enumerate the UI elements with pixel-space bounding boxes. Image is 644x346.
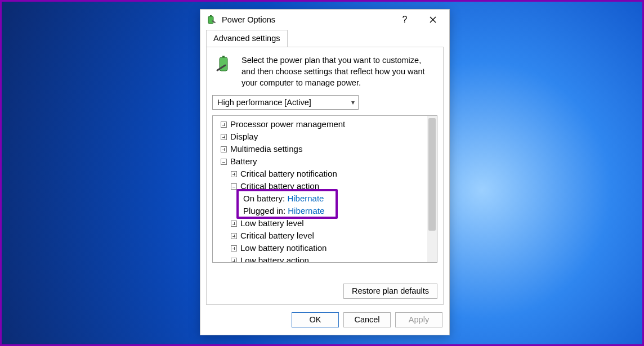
titlebar: Power Options ? <box>200 10 449 29</box>
chevron-down-icon: ▾ <box>351 98 355 106</box>
apply-button[interactable]: Apply <box>395 312 442 327</box>
tab-strip: Advanced settings <box>200 29 449 47</box>
power-plan-icon <box>214 55 235 88</box>
expand-icon[interactable] <box>231 245 237 251</box>
settings-tree: Processor power management Display Multi… <box>212 115 437 263</box>
tree-item-low-battery-level[interactable]: Low battery level <box>216 217 437 230</box>
svg-rect-1 <box>210 15 212 16</box>
description-text: Select the power plan that you want to c… <box>242 55 435 88</box>
expand-icon[interactable] <box>221 134 227 140</box>
tree-item-processor[interactable]: Processor power management <box>216 118 437 131</box>
dialog-title: Power Options <box>222 15 388 24</box>
tree-item-critical-battery-notification[interactable]: Critical battery notification <box>216 168 437 180</box>
tab-advanced-settings[interactable]: Advanced settings <box>206 30 288 47</box>
tree-scrollbar[interactable] <box>427 116 437 262</box>
close-icon <box>430 16 436 23</box>
svg-rect-0 <box>208 16 213 24</box>
close-button[interactable] <box>421 11 445 28</box>
expand-icon[interactable] <box>221 122 227 128</box>
tree-item-critical-battery-action[interactable]: Critical battery action <box>216 180 437 192</box>
tree-item-low-battery-notification[interactable]: Low battery notification <box>216 242 437 254</box>
dialog-action-row: OK Cancel Apply <box>200 311 449 335</box>
battery-icon <box>206 14 217 25</box>
tree-item-on-battery[interactable]: On battery: Hibernate <box>216 192 437 205</box>
restore-defaults-button[interactable]: Restore plan defaults <box>343 284 437 299</box>
power-options-dialog: Power Options ? Advanced settings Select… <box>200 9 450 335</box>
expand-icon[interactable] <box>221 146 227 152</box>
ok-button[interactable]: OK <box>292 312 339 327</box>
collapse-icon[interactable] <box>221 159 227 165</box>
power-plan-dropdown[interactable]: High performance [Active] ▾ <box>212 95 359 110</box>
expand-icon[interactable] <box>231 171 237 177</box>
help-button[interactable]: ? <box>393 11 417 28</box>
tree-item-plugged-in[interactable]: Plugged in: Hibernate <box>216 205 437 217</box>
expand-icon[interactable] <box>231 221 237 227</box>
cancel-button[interactable]: Cancel <box>343 312 391 327</box>
tree-item-battery[interactable]: Battery <box>216 155 437 168</box>
tree-item-low-battery-action[interactable]: Low battery action <box>216 254 437 263</box>
tree-item-critical-battery-level[interactable]: Critical battery level <box>216 230 437 242</box>
power-plan-selected: High performance [Active] <box>217 98 311 107</box>
collapse-icon[interactable] <box>231 183 237 190</box>
plugged-in-value[interactable]: Hibernate <box>288 206 324 215</box>
svg-rect-6 <box>222 56 225 57</box>
tree-item-multimedia[interactable]: Multimedia settings <box>216 143 437 155</box>
expand-icon[interactable] <box>231 233 237 239</box>
on-battery-value[interactable]: Hibernate <box>287 194 324 203</box>
tab-panel: Select the power plan that you want to c… <box>206 47 444 304</box>
expand-icon[interactable] <box>231 258 237 263</box>
scrollbar-thumb[interactable] <box>428 118 436 231</box>
tree-item-display[interactable]: Display <box>216 131 437 143</box>
